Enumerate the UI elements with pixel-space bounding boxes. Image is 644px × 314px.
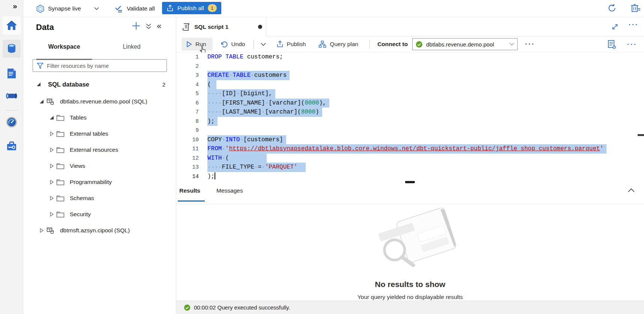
code-line-10[interactable]: 10COPY·INTO·[customers] — [176, 135, 644, 145]
mode-selector[interactable]: Synapse live — [36, 0, 99, 17]
collapse-results-icon[interactable] — [627, 188, 635, 193]
toolbar-overflow-icon[interactable]: ··· — [525, 40, 535, 48]
no-results-illustration — [354, 208, 467, 272]
code-line-2[interactable]: 2 — [176, 62, 644, 71]
filter-input[interactable] — [47, 63, 167, 69]
folder-icon — [56, 114, 65, 121]
line-number: 11 — [176, 144, 199, 154]
refresh-icon[interactable] — [607, 3, 617, 13]
undo-button[interactable]: Undo — [216, 38, 249, 51]
code-line-8[interactable]: 8); — [176, 117, 644, 126]
folder-icon — [56, 163, 65, 169]
line-number: 4 — [176, 80, 199, 90]
expand-node-icon[interactable] — [50, 196, 54, 200]
expand-node-icon[interactable] — [50, 148, 54, 152]
tree-item-dbtmsft-azsyn-cipool-sql-[interactable]: dbtmsft.azsyn.cipool (SQL) — [23, 224, 176, 237]
code-line-13[interactable]: 13····FILE_TYPE·=·'PARQUET' — [176, 163, 644, 172]
code-line-5[interactable]: 5····[ID]·[bigint], — [176, 89, 644, 99]
collapse-all-icon[interactable] — [146, 23, 152, 30]
code-line-9[interactable]: 9 — [176, 126, 644, 135]
tab-results[interactable]: Results — [179, 187, 200, 194]
expand-editor-icon[interactable] — [611, 23, 618, 30]
sidebar-item-home[interactable] — [3, 16, 21, 34]
validate-all-button[interactable]: Validate all — [114, 0, 155, 17]
expand-node-icon[interactable] — [50, 212, 54, 217]
tree-item-label: External tables — [70, 130, 108, 137]
publish-all-button[interactable]: Publish all 1 — [162, 2, 221, 14]
query-plan-button[interactable]: Query plan — [315, 38, 362, 51]
expand-node-icon[interactable] — [50, 132, 54, 136]
code-text: ); — [207, 172, 215, 181]
code-line-12[interactable]: 12WITH·( — [176, 154, 644, 163]
tree-item-external-resources[interactable]: External resources — [23, 143, 176, 157]
publish-button[interactable]: Publish — [273, 38, 310, 51]
tree-item-label: Views — [70, 163, 85, 169]
rail-divider — [5, 110, 18, 111]
tree-item-security[interactable]: Security — [23, 208, 176, 221]
collapse-node-icon[interactable] — [50, 115, 54, 120]
tree-item-external-tables[interactable]: External tables — [23, 127, 176, 141]
status-ok-icon — [416, 41, 423, 48]
code-text: ····[FIRST_NAME]·[varchar](8000), — [207, 99, 329, 108]
code-line-1[interactable]: 1DROP TABLE customers; — [176, 52, 644, 62]
scrollbar-mark[interactable] — [638, 134, 644, 136]
collapse-node-icon[interactable] — [36, 82, 41, 87]
editor-region: SQL script 1 ··· Run — [176, 17, 644, 314]
tab-linked[interactable]: Linked — [109, 43, 154, 50]
code-text: WITH·( — [207, 154, 267, 163]
query-plan-label: Query plan — [330, 41, 358, 48]
collapse-node-icon[interactable] — [39, 99, 44, 104]
panel-resize-handle[interactable] — [405, 181, 415, 183]
connect-to-dropdown[interactable]: dbtlabs.revenue.demo.pool — [412, 38, 518, 50]
upload-icon — [167, 4, 174, 12]
tree-item-sql-database[interactable]: SQL database2 — [23, 78, 176, 91]
tab-messages[interactable]: Messages — [216, 187, 243, 194]
script-properties-icon[interactable] — [608, 40, 617, 49]
undo-label: Undo — [231, 41, 245, 48]
code-line-14[interactable]: 14); — [176, 172, 644, 181]
add-resource-button[interactable] — [131, 21, 141, 31]
code-line-6[interactable]: 6····[FIRST_NAME]·[varchar](8000), — [176, 99, 644, 108]
code-line-4[interactable]: 4( — [176, 80, 644, 90]
tree-item-label: Security — [70, 211, 91, 218]
expand-node-icon[interactable] — [50, 164, 54, 168]
top-command-bar: Synapse live Validate all — [23, 0, 644, 17]
run-button[interactable]: Run — [182, 38, 213, 51]
expand-node-icon[interactable] — [50, 180, 54, 184]
tab-more-actions-icon[interactable]: ··· — [629, 21, 639, 29]
sidebar-item-monitor[interactable] — [3, 113, 21, 131]
collapse-panel-icon[interactable]: « — [157, 21, 161, 31]
text-caret — [215, 172, 215, 179]
sidebar-item-manage[interactable] — [3, 137, 21, 155]
panel-title: Data — [36, 22, 54, 32]
success-check-icon — [184, 304, 191, 311]
tree-item-label: Schemas — [70, 195, 94, 202]
sidebar-item-data[interactable] — [3, 40, 21, 58]
tab-workspace[interactable]: Workspace — [36, 43, 92, 50]
chevron-down-icon — [509, 43, 514, 46]
validate-label: Validate all — [127, 5, 155, 12]
code-line-11[interactable]: 11FROM·'https://dbtlabsynapsedatalake.bl… — [176, 144, 644, 154]
code-text: COPY·INTO·[customers] — [207, 135, 286, 145]
code-line-3[interactable]: 3CREATE·TABLE·customers — [176, 71, 644, 80]
tree-item-tables[interactable]: Tables — [23, 111, 176, 124]
tree-item-schemas[interactable]: Schemas — [23, 191, 176, 205]
expand-rail-icon[interactable]: » — [13, 1, 17, 10]
tree-item-views[interactable]: Views — [23, 159, 176, 173]
no-results-empty-state: No results to show Your query yielded no… — [176, 204, 644, 301]
tab-sql-script-1[interactable]: SQL script 1 — [176, 17, 266, 36]
discard-all-icon[interactable] — [630, 3, 640, 13]
sql-code-editor[interactable]: 1DROP TABLE customers;23CREATE·TABLE·cus… — [176, 52, 644, 199]
publish-count-badge: 1 — [208, 4, 217, 12]
pipeline-icon — [6, 91, 18, 100]
code-line-7[interactable]: 7····[LAST_NAME]·[varchar](8000) — [176, 108, 644, 117]
sidebar-item-integrate[interactable] — [3, 87, 21, 105]
tree-item-programmability[interactable]: Programmability — [23, 175, 176, 189]
expand-node-icon[interactable] — [39, 228, 44, 233]
undo-menu-chevron[interactable] — [258, 40, 268, 49]
tree-item-dbtlabs-revenue-demo-pool-sql-[interactable]: dbtlabs.revenue.demo.pool (SQL) — [23, 95, 176, 108]
sidebar-item-develop[interactable] — [3, 64, 21, 82]
tree-item-label: SQL database — [48, 81, 89, 88]
empty-state-title: No results to show — [176, 280, 644, 289]
editor-more-actions-icon[interactable]: ··· — [627, 41, 637, 49]
